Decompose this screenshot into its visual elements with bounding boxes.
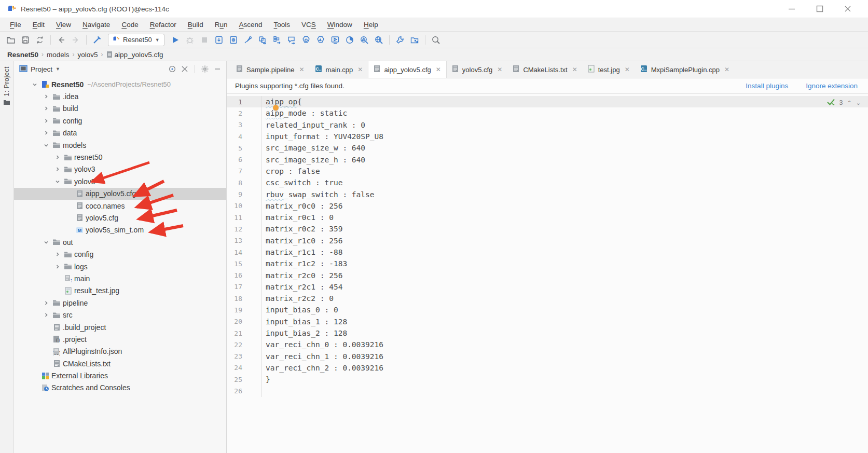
- code-line-26[interactable]: 26: [227, 385, 868, 396]
- code-line-24[interactable]: 24var_reci_chn_2 : 0.0039216: [227, 362, 868, 374]
- chevron-collapsed-icon[interactable]: [41, 130, 51, 135]
- tree-item-yolov5s-sim-t-om[interactable]: Myolov5s_sim_t.om: [14, 224, 226, 236]
- tree-item-config[interactable]: config: [14, 115, 226, 127]
- tree-item-external-libraries[interactable]: External Libraries: [14, 369, 226, 381]
- close-tab-icon[interactable]: ✕: [436, 66, 441, 73]
- code-line-22[interactable]: 22var_reci_chn_0 : 0.0039216: [227, 339, 868, 350]
- menu-build[interactable]: Build: [183, 20, 208, 30]
- tree-item-scratches-and-consoles[interactable]: Scratches and Consoles: [14, 382, 226, 394]
- code-line-12[interactable]: 12matrix_r0c2 : 359: [227, 223, 868, 235]
- run-configuration-select[interactable]: Resnet50 ▼: [108, 34, 164, 46]
- tree-item-main[interactable]: ?main: [14, 272, 226, 284]
- search-model-button[interactable]: [357, 33, 371, 47]
- menu-file[interactable]: File: [5, 20, 26, 30]
- code-line-11[interactable]: 11matrix_r0c1 : 0: [227, 212, 868, 223]
- menu-vcs[interactable]: VCS: [297, 20, 321, 30]
- chevron-collapsed-icon[interactable]: [41, 300, 51, 306]
- tree-item--idea[interactable]: .idea: [14, 90, 226, 102]
- menu-help[interactable]: Help: [359, 20, 383, 30]
- profiler-button[interactable]: [343, 33, 356, 47]
- code-editor[interactable]: 3 ⌃ ⌄ 1aipp_op {2aipp_mode : static3rela…: [227, 94, 868, 453]
- tree-item-cmakelists-txt[interactable]: CMakeLists.txt: [14, 358, 226, 369]
- back-button[interactable]: [54, 33, 68, 47]
- package-download-button[interactable]: [212, 33, 226, 47]
- save-button[interactable]: [19, 33, 32, 47]
- maximize-button[interactable]: [816, 5, 823, 12]
- tree-item--project[interactable]: ().project: [14, 333, 226, 345]
- tree-item-yolov5-cfg[interactable]: yolov5.cfg: [14, 212, 226, 224]
- settings-gear-button[interactable]: [200, 64, 210, 74]
- code-line-23[interactable]: 23var_reci_chn_1 : 0.0039216: [227, 351, 868, 362]
- close-tab-icon[interactable]: ✕: [357, 66, 363, 73]
- stop-button[interactable]: [198, 33, 211, 47]
- inspections-widget[interactable]: 3 ⌃ ⌄: [826, 98, 861, 107]
- chevron-collapsed-icon[interactable]: [52, 167, 63, 172]
- brush-button[interactable]: [241, 33, 255, 47]
- menu-navigate[interactable]: Navigate: [78, 20, 115, 30]
- hammer-button[interactable]: [90, 33, 104, 47]
- menu-tools[interactable]: Tools: [269, 20, 295, 30]
- tree-item-build[interactable]: build: [14, 103, 226, 115]
- chevron-collapsed-icon[interactable]: [41, 118, 51, 123]
- project-structure-button[interactable]: [408, 33, 421, 47]
- menu-run[interactable]: Run: [210, 20, 232, 30]
- menu-ascend[interactable]: Ascend: [235, 20, 267, 30]
- breadcrumb-item[interactable]: models: [47, 51, 70, 59]
- ignore-extension-link[interactable]: Ignore extension: [806, 82, 858, 90]
- chevron-collapsed-icon[interactable]: [41, 106, 51, 111]
- tree-item-resnet50[interactable]: resnet50: [14, 151, 226, 163]
- tree-item--build-project[interactable]: .build_project: [14, 321, 226, 333]
- breadcrumb-item[interactable]: aipp_yolov5.cfg: [115, 51, 163, 59]
- tree-item-src[interactable]: src: [14, 309, 226, 321]
- close-tab-icon[interactable]: ✕: [497, 66, 502, 73]
- minimize-button[interactable]: [788, 5, 795, 12]
- code-line-9[interactable]: 9rbuv_swap_switch : false: [227, 188, 868, 200]
- tree-item-data[interactable]: data: [14, 127, 226, 139]
- tree-item-coco-names[interactable]: coco.names: [14, 200, 226, 212]
- menu-edit[interactable]: Edit: [28, 20, 49, 30]
- code-line-20[interactable]: 20input_bias_1 : 128: [227, 316, 868, 327]
- close-tab-icon[interactable]: ✕: [299, 66, 305, 73]
- editor-tab-sample-pipeline[interactable]: Sample.pipeline✕: [231, 61, 310, 78]
- code-line-17[interactable]: 17matrix_r2c1 : 454: [227, 281, 868, 293]
- project-panel-title[interactable]: Project: [31, 65, 52, 73]
- code-line-21[interactable]: 21input_bias_2 : 128: [227, 327, 868, 339]
- forward-button[interactable]: [69, 33, 82, 47]
- project-tool-window-tab[interactable]: 1: Project: [3, 66, 10, 107]
- open-button[interactable]: [4, 33, 18, 47]
- monitor-run-button[interactable]: [328, 33, 342, 47]
- tree-item-config[interactable]: config: [14, 248, 226, 260]
- breadcrumb-item[interactable]: Resnet50: [7, 51, 38, 59]
- code-line-7[interactable]: 7crop : false: [227, 166, 868, 177]
- install-plugins-link[interactable]: Install plugins: [746, 82, 788, 90]
- menu-refactor[interactable]: Refactor: [145, 20, 181, 30]
- tree-item-yolov3[interactable]: yolov3: [14, 163, 226, 175]
- close-button[interactable]: [844, 5, 851, 12]
- code-line-14[interactable]: 14matrix_r1c1 : -88: [227, 246, 868, 258]
- blocks-sync-button[interactable]: [270, 33, 284, 47]
- editor-tab-yolov5-cfg[interactable]: yolov5.cfg✕: [447, 61, 508, 78]
- locate-file-button[interactable]: [168, 64, 177, 74]
- menu-view[interactable]: View: [51, 20, 76, 30]
- tree-item-models[interactable]: models: [14, 139, 226, 151]
- code-line-3[interactable]: 3related_input_rank : 0: [227, 119, 868, 131]
- code-line-4[interactable]: 4input_format : YUV420SP_U8: [227, 131, 868, 142]
- code-line-5[interactable]: 5src_image_size_w : 640: [227, 142, 868, 154]
- chevron-expanded-icon[interactable]: [41, 240, 51, 245]
- tree-item-result-test-jpg[interactable]: result_test.jpg: [14, 285, 226, 297]
- code-line-6[interactable]: 6src_image_size_h : 640: [227, 154, 868, 165]
- chevron-expanded-icon[interactable]: [41, 143, 51, 148]
- close-tab-icon[interactable]: ✕: [572, 66, 577, 73]
- chevron-collapsed-icon[interactable]: [41, 312, 51, 318]
- editor-tab-main-cpp[interactable]: C..main.cpp✕: [310, 61, 368, 78]
- search-globe-button[interactable]: [372, 33, 385, 47]
- chevron-expanded-icon[interactable]: [52, 179, 63, 184]
- code-line-18[interactable]: 18matrix_r2c2 : 0: [227, 293, 868, 304]
- sync-button[interactable]: [33, 33, 47, 47]
- code-line-10[interactable]: 10matrix_r0c0 : 256: [227, 200, 868, 212]
- tree-item-resnet50[interactable]: Resnet50~/AscendProjects/Resnet50: [14, 78, 226, 90]
- code-line-15[interactable]: 15matrix_r1c2 : -183: [227, 258, 868, 269]
- chevron-collapsed-icon[interactable]: [52, 264, 63, 269]
- breadcrumb-item[interactable]: yolov5: [78, 51, 98, 59]
- message-sync-button[interactable]: [285, 33, 298, 47]
